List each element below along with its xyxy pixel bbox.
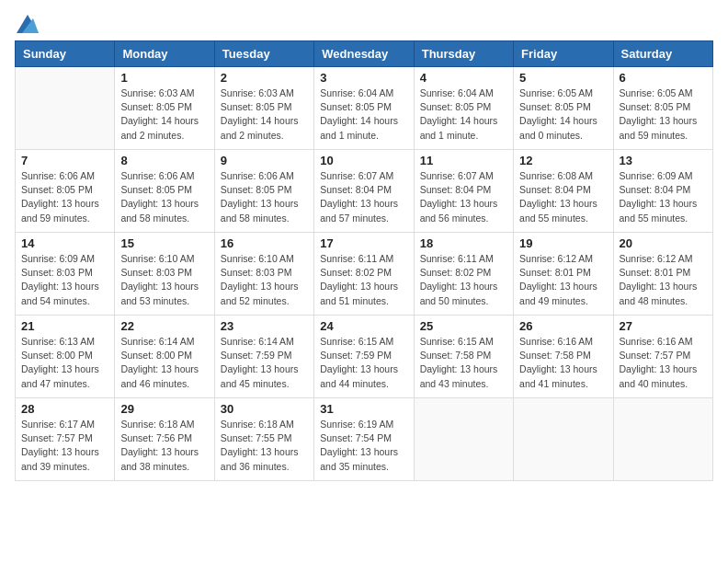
day-info: Sunrise: 6:07 AMSunset: 8:04 PMDaylight:… [420,169,507,225]
calendar-cell: 18Sunrise: 6:11 AMSunset: 8:02 PMDayligh… [414,233,513,316]
day-number: 8 [120,154,208,167]
day-info: Sunrise: 6:04 AMSunset: 8:05 PMDaylight:… [320,86,407,143]
day-info: Sunrise: 6:13 AMSunset: 8:00 PMDaylight:… [21,335,108,391]
day-header-saturday: Saturday [613,41,712,67]
week-row-3: 14Sunrise: 6:09 AMSunset: 8:03 PMDayligh… [16,233,713,316]
day-number: 24 [320,319,407,333]
week-row-5: 28Sunrise: 6:17 AMSunset: 7:57 PMDayligh… [16,398,713,481]
calendar-header-row: SundayMondayTuesdayWednesdayThursdayFrid… [16,41,713,67]
day-info: Sunrise: 6:06 AMSunset: 8:05 PMDaylight:… [21,169,108,225]
day-info: Sunrise: 6:09 AMSunset: 8:04 PMDaylight:… [620,169,707,225]
day-number: 10 [320,154,407,167]
day-info: Sunrise: 6:14 AMSunset: 8:00 PMDaylight:… [120,335,208,391]
day-info: Sunrise: 6:18 AMSunset: 7:56 PMDaylight:… [120,418,208,474]
calendar-cell: 2Sunrise: 6:03 AMSunset: 8:05 PMDaylight… [214,67,313,150]
day-number: 14 [21,236,108,250]
day-header-wednesday: Wednesday [314,41,414,67]
day-info: Sunrise: 6:11 AMSunset: 8:02 PMDaylight:… [320,252,407,308]
day-number: 17 [320,236,407,250]
day-info: Sunrise: 6:12 AMSunset: 8:01 PMDaylight:… [519,252,607,308]
calendar-cell: 23Sunrise: 6:14 AMSunset: 7:59 PMDayligh… [214,316,313,398]
day-info: Sunrise: 6:18 AMSunset: 7:55 PMDaylight:… [221,418,308,474]
calendar-cell: 27Sunrise: 6:16 AMSunset: 7:57 PMDayligh… [613,316,712,398]
day-info: Sunrise: 6:03 AMSunset: 8:05 PMDaylight:… [221,86,308,143]
day-number: 22 [120,319,208,333]
calendar-cell: 30Sunrise: 6:18 AMSunset: 7:55 PMDayligh… [214,398,313,481]
day-number: 27 [620,319,707,333]
day-number: 9 [221,154,308,167]
calendar-cell: 14Sunrise: 6:09 AMSunset: 8:03 PMDayligh… [16,233,115,316]
calendar-cell: 11Sunrise: 6:07 AMSunset: 8:04 PMDayligh… [414,150,513,233]
calendar-cell [414,398,513,481]
day-info: Sunrise: 6:09 AMSunset: 8:03 PMDaylight:… [21,252,108,308]
day-header-sunday: Sunday [16,41,115,67]
day-number: 12 [519,154,607,167]
day-number: 18 [420,236,507,250]
calendar-cell: 16Sunrise: 6:10 AMSunset: 8:03 PMDayligh… [214,233,313,316]
calendar-table: SundayMondayTuesdayWednesdayThursdayFrid… [15,40,713,481]
week-row-4: 21Sunrise: 6:13 AMSunset: 8:00 PMDayligh… [16,316,713,398]
calendar-cell [514,398,613,481]
calendar-cell: 25Sunrise: 6:15 AMSunset: 7:58 PMDayligh… [414,316,513,398]
logo-icon [17,15,39,33]
day-number: 28 [21,402,108,416]
day-info: Sunrise: 6:06 AMSunset: 8:05 PMDaylight:… [120,169,208,225]
calendar-cell: 13Sunrise: 6:09 AMSunset: 8:04 PMDayligh… [613,150,712,233]
day-number: 16 [221,236,308,250]
day-number: 3 [320,71,407,85]
day-number: 20 [620,236,707,250]
calendar-cell: 9Sunrise: 6:06 AMSunset: 8:05 PMDaylight… [214,150,313,233]
calendar-cell: 12Sunrise: 6:08 AMSunset: 8:04 PMDayligh… [514,150,613,233]
day-number: 1 [120,71,208,85]
logo [15,15,39,33]
day-header-monday: Monday [115,41,214,67]
calendar-cell: 19Sunrise: 6:12 AMSunset: 8:01 PMDayligh… [514,233,613,316]
day-info: Sunrise: 6:10 AMSunset: 8:03 PMDaylight:… [221,252,308,308]
day-info: Sunrise: 6:10 AMSunset: 8:03 PMDaylight:… [120,252,208,308]
page-header [15,15,713,33]
calendar-cell [613,398,712,481]
day-number: 29 [120,402,208,416]
day-info: Sunrise: 6:15 AMSunset: 7:59 PMDaylight:… [320,335,407,391]
day-info: Sunrise: 6:05 AMSunset: 8:05 PMDaylight:… [519,86,607,143]
day-number: 4 [420,71,507,85]
calendar-cell: 1Sunrise: 6:03 AMSunset: 8:05 PMDaylight… [115,67,214,150]
day-number: 25 [420,319,507,333]
day-number: 31 [320,402,407,416]
calendar-cell: 21Sunrise: 6:13 AMSunset: 8:00 PMDayligh… [16,316,115,398]
calendar-cell: 29Sunrise: 6:18 AMSunset: 7:56 PMDayligh… [115,398,214,481]
day-number: 19 [519,236,607,250]
calendar-cell: 17Sunrise: 6:11 AMSunset: 8:02 PMDayligh… [314,233,414,316]
day-number: 26 [519,319,607,333]
calendar-cell: 26Sunrise: 6:16 AMSunset: 7:58 PMDayligh… [514,316,613,398]
calendar-cell: 5Sunrise: 6:05 AMSunset: 8:05 PMDaylight… [514,67,613,150]
day-number: 5 [519,71,607,85]
day-number: 11 [420,154,507,167]
day-header-thursday: Thursday [414,41,513,67]
day-number: 30 [221,402,308,416]
calendar-cell: 6Sunrise: 6:05 AMSunset: 8:05 PMDaylight… [613,67,712,150]
day-number: 23 [221,319,308,333]
day-header-tuesday: Tuesday [214,41,313,67]
calendar-cell: 24Sunrise: 6:15 AMSunset: 7:59 PMDayligh… [314,316,414,398]
week-row-2: 7Sunrise: 6:06 AMSunset: 8:05 PMDaylight… [16,150,713,233]
calendar-cell: 10Sunrise: 6:07 AMSunset: 8:04 PMDayligh… [314,150,414,233]
day-number: 6 [620,71,707,85]
calendar-cell: 15Sunrise: 6:10 AMSunset: 8:03 PMDayligh… [115,233,214,316]
day-info: Sunrise: 6:03 AMSunset: 8:05 PMDaylight:… [120,86,208,143]
day-header-friday: Friday [514,41,613,67]
day-number: 7 [21,154,108,167]
day-info: Sunrise: 6:04 AMSunset: 8:05 PMDaylight:… [420,86,507,143]
calendar-cell: 8Sunrise: 6:06 AMSunset: 8:05 PMDaylight… [115,150,214,233]
calendar-cell: 7Sunrise: 6:06 AMSunset: 8:05 PMDaylight… [16,150,115,233]
calendar-cell: 3Sunrise: 6:04 AMSunset: 8:05 PMDaylight… [314,67,414,150]
day-info: Sunrise: 6:14 AMSunset: 7:59 PMDaylight:… [221,335,308,391]
day-number: 15 [120,236,208,250]
calendar-cell: 28Sunrise: 6:17 AMSunset: 7:57 PMDayligh… [16,398,115,481]
day-number: 2 [221,71,308,85]
calendar-cell: 20Sunrise: 6:12 AMSunset: 8:01 PMDayligh… [613,233,712,316]
day-info: Sunrise: 6:06 AMSunset: 8:05 PMDaylight:… [221,169,308,225]
day-info: Sunrise: 6:16 AMSunset: 7:57 PMDaylight:… [620,335,707,391]
day-info: Sunrise: 6:05 AMSunset: 8:05 PMDaylight:… [620,86,707,143]
calendar-cell: 4Sunrise: 6:04 AMSunset: 8:05 PMDaylight… [414,67,513,150]
